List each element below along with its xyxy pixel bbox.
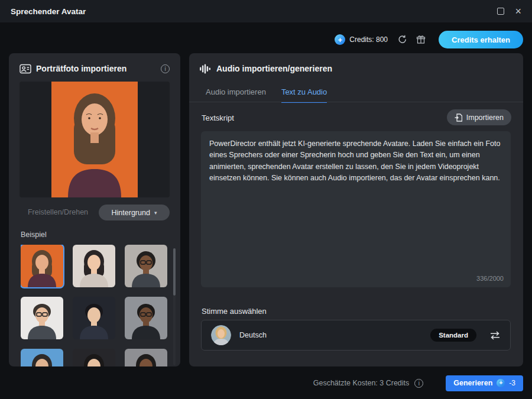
footer-bar: Geschätzte Kosten: 3 Credits i Generiere… bbox=[0, 367, 532, 399]
char-count: 336/2000 bbox=[476, 274, 504, 284]
crop-rotate-button[interactable]: Freistellen/Drehen bbox=[22, 205, 94, 220]
credits-balance: Credits: 800 bbox=[349, 35, 388, 44]
portrait-card-icon bbox=[20, 64, 31, 76]
examples-label: Beispiel bbox=[21, 231, 47, 239]
window-controls: × bbox=[497, 6, 521, 17]
generate-button-label: Generieren bbox=[453, 379, 492, 387]
script-textarea[interactable]: PowerDirector enthält jetzt KI-generiert… bbox=[201, 131, 511, 287]
portrait-info-icon[interactable]: i bbox=[161, 64, 170, 73]
credit-coin-icon: + bbox=[335, 34, 345, 45]
audio-tabs: Audio importieren Text zu Audio bbox=[206, 87, 327, 103]
textscript-label: Textskript bbox=[202, 113, 234, 122]
voice-style-badge: Standard bbox=[430, 329, 476, 342]
example-thumb-3[interactable] bbox=[125, 245, 167, 287]
cost-info-icon[interactable]: i bbox=[414, 379, 423, 388]
example-thumbnails-grid bbox=[21, 245, 167, 366]
swap-voice-icon[interactable] bbox=[489, 331, 501, 340]
thumbnails-scrollbar-thumb[interactable] bbox=[173, 248, 176, 296]
example-thumb-2[interactable] bbox=[73, 245, 115, 287]
close-icon[interactable]: × bbox=[515, 6, 521, 17]
example-thumb-8[interactable] bbox=[73, 349, 115, 366]
get-credits-button[interactable]: Credits erhalten bbox=[439, 31, 523, 48]
tab-divider bbox=[189, 102, 523, 102]
tab-1[interactable]: Text zu Audio bbox=[281, 87, 327, 103]
import-button-label: Importieren bbox=[466, 113, 504, 122]
script-text: PowerDirector enthält jetzt KI-generiert… bbox=[209, 140, 500, 182]
portrait-photo bbox=[51, 82, 138, 197]
refresh-icon[interactable] bbox=[397, 35, 407, 44]
credit-delta: -3 bbox=[509, 379, 515, 387]
example-thumb-5[interactable] bbox=[73, 297, 115, 339]
maximize-icon[interactable] bbox=[497, 8, 504, 15]
portrait-panel-title: Porträtfoto importieren bbox=[36, 64, 126, 73]
audio-panel-title: Audio importieren/generieren bbox=[216, 64, 332, 73]
example-thumb-9[interactable] bbox=[125, 349, 167, 366]
waveform-icon bbox=[200, 64, 210, 76]
chevron-down-icon: ▾ bbox=[154, 210, 157, 216]
example-thumb-7[interactable] bbox=[21, 349, 63, 366]
generate-button[interactable]: Generieren + -3 bbox=[446, 375, 523, 391]
credits-row: + Credits: 800 Credits erhalten bbox=[335, 31, 523, 48]
credit-coin-icon-small: + bbox=[497, 379, 505, 387]
gift-icon[interactable] bbox=[416, 35, 426, 44]
window-title: Sprechender Avatar bbox=[11, 7, 86, 16]
tab-0[interactable]: Audio importieren bbox=[206, 87, 266, 103]
estimated-cost-label: Geschätzte Kosten: 3 Credits bbox=[313, 379, 410, 387]
background-button[interactable]: Hintergrund ▾ bbox=[99, 205, 170, 220]
titlebar: Sprechender Avatar × bbox=[0, 0, 532, 22]
portrait-panel: Porträtfoto importieren i Freistellen/Dr… bbox=[9, 53, 180, 366]
example-thumb-1[interactable] bbox=[21, 245, 63, 287]
portrait-photo-box bbox=[20, 82, 170, 197]
background-button-label: Hintergrund bbox=[112, 209, 150, 217]
example-thumb-6[interactable] bbox=[125, 297, 167, 339]
thumbnails-scrollbar[interactable] bbox=[173, 248, 176, 365]
audio-panel: Audio importieren/generieren Audio impor… bbox=[189, 53, 523, 366]
import-button[interactable]: Importieren bbox=[447, 109, 511, 125]
voice-avatar bbox=[211, 325, 231, 345]
voice-select-label: Stimme auswählen bbox=[202, 307, 267, 316]
voice-selector[interactable]: Deutsch Standard bbox=[201, 320, 511, 351]
example-thumb-4[interactable] bbox=[21, 297, 63, 339]
voice-name: Deutsch bbox=[239, 331, 267, 339]
